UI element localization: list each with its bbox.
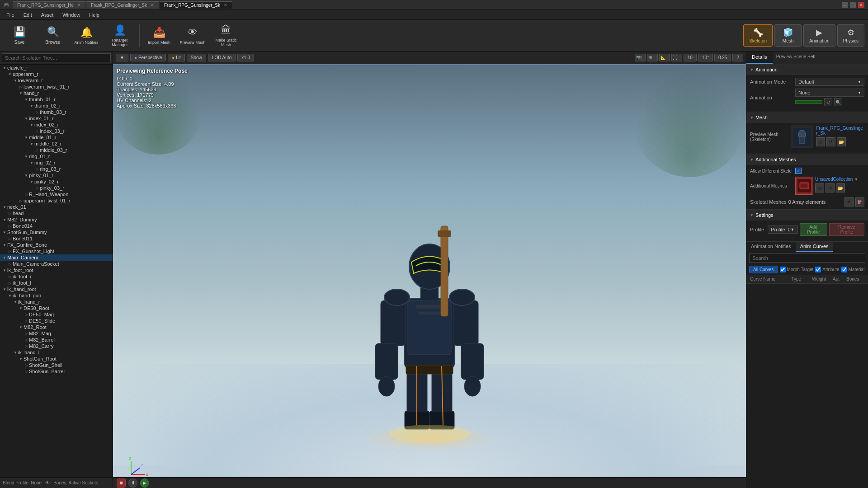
menu-help[interactable]: Help [85, 11, 104, 19]
tree-item-pinky03-r[interactable]: ▷pinky_03_r [0, 185, 113, 191]
anim-search-button[interactable]: 🔍 [834, 98, 842, 106]
make-static-mesh-button[interactable]: 🏛 Make Static Mesh [210, 22, 242, 49]
anim-notifies-button[interactable]: 🔔 Anim Notifies [71, 22, 102, 49]
remove-profile-button[interactable]: Remove Profile [829, 223, 864, 236]
tree-item-rhand-weapon[interactable]: ▷R_Hand_Weapon [0, 191, 113, 197]
tree-item-bone014[interactable]: ▷Bone014 [0, 223, 113, 229]
tree-item-lowerarm-r[interactable]: ▼lowerarm_r [0, 77, 113, 84]
tree-item-upperarm-r[interactable]: ▼upperarm_r [0, 71, 113, 77]
filter-all-curves[interactable]: All Curves [749, 266, 778, 273]
viewport-options-button[interactable]: ▼ [116, 54, 128, 61]
grid-size-button[interactable]: 10 [684, 54, 697, 61]
minimize-button[interactable]: ─ [842, 2, 848, 8]
maximize-button[interactable]: □ [850, 2, 856, 8]
lit-button[interactable]: ● Lit [168, 54, 185, 61]
tree-item-middle02-r[interactable]: ▼middle_02_r [0, 141, 113, 147]
tree-item-camera-socket[interactable]: ▷Main_CameraSocket [0, 261, 113, 267]
animation-dropdown[interactable]: None ▼ [795, 89, 864, 97]
tree-item-head[interactable]: ▷head [0, 210, 113, 216]
anim-prev-button[interactable]: ◁ [824, 98, 832, 106]
tree-item-ring01-r[interactable]: ▼ring_01_r [0, 153, 113, 160]
tab-2-close[interactable]: ✕ [224, 3, 227, 7]
tree-item-fx-gunfire[interactable]: ▼FX_Gunfire_Bone [0, 242, 113, 248]
play-button[interactable]: ▶ [140, 479, 149, 488]
tree-item-ik-hand-gun[interactable]: ▼ik_hand_gun [0, 292, 113, 299]
skeleton-search-input[interactable] [2, 53, 111, 62]
curves-search-input[interactable] [749, 253, 865, 263]
pause-button[interactable]: ⏸ [128, 479, 137, 488]
mesh-browse-button[interactable]: 📂 [837, 137, 846, 146]
tab-1-close[interactable]: ✕ [151, 3, 154, 7]
tree-item-middle01-r[interactable]: ▼middle_01_r [0, 134, 113, 141]
tree-item-hand-r[interactable]: ▼hand_r [0, 90, 113, 96]
camera-settings-button[interactable]: 📷 [635, 54, 646, 61]
tab-2[interactable]: Frank_RPG_Gunslinger_Sk ✕ [160, 1, 232, 9]
mode-physics-button[interactable]: ⚙ Physics [837, 24, 864, 47]
menu-window[interactable]: Window [58, 11, 85, 19]
lod-button[interactable]: LOD Auto [208, 54, 236, 61]
vp-step-button[interactable]: 2 [732, 54, 743, 61]
tree-item-thumb02-r[interactable]: ▼thumb_02_r [0, 103, 113, 109]
preview-mesh-button[interactable]: 👁 Preview Mesh [177, 22, 208, 49]
fov-value-button[interactable]: 0.25 [714, 54, 731, 61]
tree-item-thumb01-r[interactable]: ▼thumb_01_r [0, 96, 113, 103]
tree-item-ik-hand-r[interactable]: ▼ik_hand_r [0, 299, 113, 305]
tree-item-de50-slide[interactable]: ▷DE50_Slide [0, 318, 113, 324]
tree-item-pinky01-r[interactable]: ▼pinky_01_r [0, 172, 113, 178]
save-button[interactable]: 💾 Save [4, 22, 35, 49]
tab-anim-notifies[interactable]: Animation Notifies [746, 242, 796, 252]
tree-item-ik-foot-r[interactable]: ▷ik_foot_r [0, 273, 113, 280]
tree-item-thumb03-r[interactable]: ▷thumb_03_r [0, 109, 113, 115]
additional-meshes-header[interactable]: ▼ Additional Meshes [746, 154, 868, 165]
tree-item-shotgun-dummy[interactable]: ▼ShotGun_Dummy [0, 229, 113, 235]
profile-dropdown[interactable]: Profile_0 ▼ [768, 225, 797, 234]
tree-item-ik-foot-l[interactable]: ▷ik_foot_l [0, 280, 113, 286]
tab-anim-curves[interactable]: Anim Curves [796, 242, 833, 252]
tree-item-m82-mag[interactable]: ▷M82_Mag [0, 330, 113, 337]
tree-item-pinky02-r[interactable]: ▼pinky_02_r [0, 178, 113, 185]
animation-section-header[interactable]: ▼ Animation [746, 64, 868, 75]
skeletal-add-button[interactable]: + [844, 197, 854, 206]
import-mesh-button[interactable]: 📥 Import Mesh [143, 22, 175, 49]
tree-item-neck01[interactable]: ▼neck_01 [0, 204, 113, 210]
show-button[interactable]: Show [187, 54, 206, 61]
animation-mode-dropdown[interactable]: Default ▼ [795, 78, 864, 86]
tab-0-close[interactable]: ✕ [77, 3, 81, 7]
attribute-checkbox[interactable] [815, 267, 821, 272]
mesh-section-header[interactable]: ▼ Mesh [746, 112, 868, 123]
tab-preview-scene[interactable]: Preview Scene Sett [773, 52, 819, 64]
add-profile-button[interactable]: Add Profile [800, 223, 827, 236]
tree-item-m82-root[interactable]: ▼M82_Root [0, 324, 113, 330]
tree-item-index01-r[interactable]: ▼index_01_r [0, 115, 113, 122]
tree-item-ik-foot-root[interactable]: ▼ik_foot_root [0, 267, 113, 273]
material-checkbox[interactable] [841, 267, 847, 272]
tab-1[interactable]: Frank_RPG_Gunslinger_Sk ✕ [86, 1, 159, 9]
browse-button[interactable]: 🔍 Browse [37, 22, 69, 49]
mesh-prev-button[interactable]: ◁ [816, 137, 825, 146]
tree-item-index03-r[interactable]: ▷index_03_r [0, 128, 113, 134]
tree-item-clavicle-r[interactable]: ▼clavicle_r [0, 65, 113, 71]
perspective-button[interactable]: ● Perspective [130, 54, 166, 61]
tree-item-m82-carry[interactable]: ▷M82_Carry [0, 343, 113, 349]
tree-item-ring03-r[interactable]: ▷ring_03_r [0, 166, 113, 172]
tree-item-shotgun-barrel[interactable]: ▷ShotGun_Barrel [0, 368, 113, 375]
settings-section-header[interactable]: ▼ Settings [746, 210, 868, 221]
fullscreen-button[interactable]: ⛶ [671, 54, 682, 61]
tree-item-ik-hand-l[interactable]: ▼ik_hand_l [0, 349, 113, 356]
tree-item-de50-mag[interactable]: ▷DE50_Mag [0, 311, 113, 318]
skeletal-remove-button[interactable]: 🗑 [855, 197, 864, 206]
tree-item-shotgun-root[interactable]: ▼ShotGun_Root [0, 356, 113, 362]
tab-details[interactable]: Details [746, 52, 773, 64]
morph-target-checkbox[interactable] [780, 267, 786, 272]
grid-button[interactable]: ⊞ [647, 54, 658, 61]
tree-item-index02-r[interactable]: ▼index_02_r [0, 122, 113, 128]
scale-button[interactable]: x1.0 [237, 54, 254, 61]
angle-button[interactable]: 10° [698, 54, 713, 61]
tree-item-main-camera[interactable]: ▼Main_Camera [0, 254, 113, 261]
tree-item-shotgun-shell[interactable]: ▷ShotGun_Shell [0, 362, 113, 368]
tree-item-de50-root[interactable]: ▼DE50_Root [0, 305, 113, 311]
menu-file[interactable]: File [2, 11, 19, 19]
close-button[interactable]: ✕ [858, 2, 864, 8]
stop-button[interactable]: ⏹ [117, 479, 126, 488]
tree-item-fx-gunshot[interactable]: ▷FX_Gunshot_Light [0, 248, 113, 254]
